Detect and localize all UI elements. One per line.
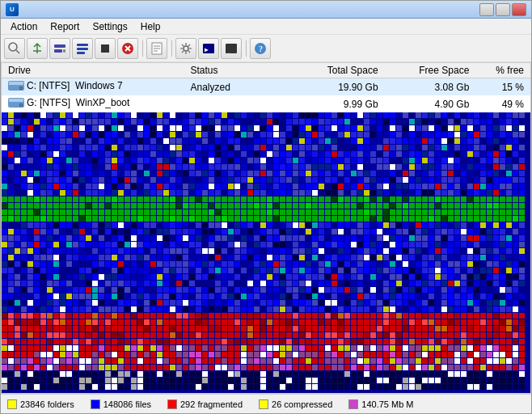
svg-point-0 [9, 43, 17, 51]
menu-bar: Action Report Settings Help [1, 19, 531, 35]
drive-row[interactable]: C: [NTFS] Windows 7 Analyzed 19.90 Gb 3.… [2, 78, 530, 96]
svg-rect-8 [101, 44, 109, 53]
legend-color [348, 399, 358, 409]
menu-report[interactable]: Report [44, 19, 86, 34]
svg-text:▶: ▶ [205, 46, 209, 53]
cmd-button[interactable]: ▶ [198, 38, 219, 59]
title-bar: U [1, 1, 531, 19]
pct-free-cell: 49 % [475, 95, 530, 112]
drive-cell: G: [NTFS] WinXP_boot [2, 95, 184, 112]
svg-rect-3 [54, 49, 62, 53]
svg-line-1 [16, 50, 19, 53]
abort-button[interactable] [117, 38, 138, 59]
total-space-cell: 19.90 Gb [275, 78, 384, 96]
free-space-cell: 3.08 Gb [385, 78, 476, 96]
disk-map-canvas [2, 112, 530, 393]
svg-rect-28 [9, 99, 23, 102]
quick-optimize-button[interactable] [49, 38, 70, 59]
sep2 [169, 38, 174, 59]
legend-color [91, 399, 100, 409]
svg-rect-6 [77, 48, 88, 50]
legend-label: 140.75 Mb M [361, 399, 413, 409]
legend-label: 23846 folders [20, 399, 74, 409]
sep1 [140, 38, 145, 59]
maximize-button[interactable] [496, 3, 510, 16]
legend-label: 26 compressed [272, 399, 332, 409]
total-space-cell: 9.99 Gb [275, 95, 384, 112]
window-controls [479, 3, 526, 16]
svg-rect-5 [77, 44, 88, 46]
script-button[interactable]: _ [221, 38, 242, 59]
sep3 [243, 38, 248, 59]
legend-label: 148086 files [103, 399, 151, 409]
stop-button[interactable] [95, 38, 116, 59]
legend-color [7, 399, 17, 409]
status-item: 140.75 Mb M [348, 399, 413, 409]
status-cell [184, 95, 276, 112]
disk-map [2, 112, 530, 393]
close-button[interactable] [512, 3, 526, 16]
col-total: Total Space [275, 63, 384, 78]
svg-rect-24 [9, 82, 23, 85]
drive-table: Drive Status Total Space Free Space % fr… [2, 63, 530, 112]
col-drive: Drive [2, 63, 184, 78]
full-optimize-button[interactable] [72, 38, 93, 59]
svg-rect-7 [77, 52, 85, 54]
legend-color [167, 399, 177, 409]
settings-button[interactable] [175, 38, 196, 59]
col-pct: % free [475, 63, 530, 78]
menu-action[interactable]: Action [4, 19, 44, 34]
status-item: 23846 folders [7, 399, 74, 409]
svg-point-16 [184, 46, 188, 51]
drive-cell: C: [NTFS] Windows 7 [2, 78, 184, 96]
content-area: Drive Status Total Space Free Space % fr… [1, 62, 531, 394]
drive-row[interactable]: G: [NTFS] WinXP_boot 9.99 Gb 4.90 Gb 49 … [2, 95, 530, 112]
svg-text:?: ? [259, 44, 263, 53]
status-item: 26 compressed [259, 399, 332, 409]
defrag-button[interactable] [27, 38, 48, 59]
status-item: 292 fragmented [167, 399, 243, 409]
minimize-button[interactable] [479, 3, 494, 16]
analyze-button[interactable] [4, 38, 25, 59]
app-icon: U [6, 3, 19, 16]
col-free: Free Space [385, 63, 476, 78]
svg-rect-4 [63, 49, 65, 53]
status-bar: 23846 folders 148086 files 292 fragmente… [1, 394, 531, 413]
svg-point-30 [20, 104, 22, 106]
menu-help[interactable]: Help [134, 19, 167, 34]
svg-point-26 [20, 87, 22, 89]
col-status: Status [184, 63, 276, 78]
legend-color [259, 399, 268, 409]
status-cell: Analyzed [184, 78, 276, 96]
pct-free-cell: 15 % [475, 78, 530, 96]
legend-label: 292 fragmented [180, 399, 243, 409]
help-button[interactable]: ? [250, 38, 271, 59]
svg-rect-2 [54, 44, 65, 48]
report-button[interactable] [146, 38, 167, 59]
status-item: 148086 files [91, 399, 151, 409]
free-space-cell: 4.90 Gb [385, 95, 476, 112]
toolbar: ▶ _ ? [1, 35, 531, 62]
menu-settings[interactable]: Settings [86, 19, 133, 34]
main-window: U Action Report Settings Help [0, 0, 532, 414]
